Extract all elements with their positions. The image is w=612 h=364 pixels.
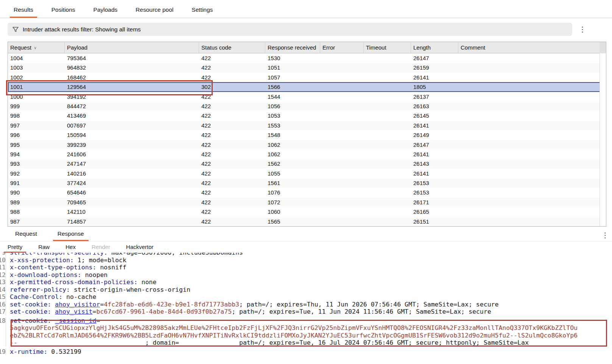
cell-response-received: 1076: [265, 188, 320, 197]
view-tab-hackvertor[interactable]: Hackvertor: [122, 242, 157, 253]
cell-timeout: [364, 73, 411, 82]
cell-error: [320, 101, 364, 111]
result-row-1004[interactable]: 1004795364422153026147: [8, 53, 606, 63]
cell-length: 26147: [411, 53, 458, 63]
cell-request: 1003: [8, 63, 65, 72]
result-row-993[interactable]: 993247147422156226143: [8, 159, 606, 168]
column-header-timeout[interactable]: Timeout: [364, 42, 411, 53]
line-number: 16: [0, 301, 6, 308]
response-line-9: 9strict-transport-security: max-age=6307…: [0, 253, 612, 257]
result-row-1000[interactable]: 1000394192422154426137: [8, 92, 606, 101]
response-line-13: 13x-permitted-cross-domain-policies: non…: [0, 278, 612, 286]
cell-comment: [458, 111, 606, 120]
result-row-987[interactable]: 987714857422156526151: [8, 217, 606, 226]
cell-response-received: 1530: [265, 53, 320, 63]
cell-error: [320, 53, 364, 63]
cell-response-received: 1057: [265, 73, 320, 82]
cell-length: 26159: [411, 63, 458, 72]
cell-response-received: 1060: [265, 207, 320, 216]
result-row-995[interactable]: 995399239422106226147: [8, 140, 606, 149]
cell-error: [320, 217, 364, 226]
result-row-998[interactable]: 998413469422105326145: [8, 111, 606, 120]
cell-timeout: [364, 169, 411, 178]
response-editor[interactable]: 9strict-transport-security: max-age=6307…: [0, 253, 612, 364]
message-editor-menu-icon[interactable]: ⋮: [601, 231, 609, 240]
tab-settings[interactable]: Settings: [188, 3, 216, 18]
view-tab-pretty[interactable]: Pretty: [4, 242, 26, 253]
cell-length: 26153: [411, 188, 458, 197]
result-row-1003[interactable]: 1003964832422105126159: [8, 63, 606, 72]
cell-response-received: 1561: [265, 178, 320, 188]
cell-comment: [458, 101, 606, 111]
result-row-994[interactable]: 994241606422106226141: [8, 149, 606, 159]
editor-view-bar: PrettyRawHexRenderHackvertor: [0, 241, 612, 253]
tab-resource-pool[interactable]: Resource pool: [132, 3, 177, 18]
cell-request: 991: [8, 178, 65, 188]
cell-request: 1000: [8, 92, 65, 101]
column-header-response-received[interactable]: Response received: [265, 42, 320, 53]
response-line-12: 12x-download-options: noopen: [0, 271, 612, 279]
tab-response[interactable]: Response: [53, 227, 89, 241]
response-line-16: 16set-cookie: ahoy_visitor=4fc28fab-e6d6…: [0, 301, 612, 308]
column-header-comment[interactable]: Comment: [458, 42, 606, 53]
column-header-status-code[interactable]: Status code: [199, 42, 265, 53]
line-content: referrer-policy: strict-origin-when-cros…: [6, 286, 190, 294]
cell-length: 26171: [411, 198, 458, 207]
result-row-992[interactable]: 992140216422105526141: [8, 169, 606, 178]
response-line-wrap: 5agkgvuOFEorSCUGiopxzYlgHjJkS4G5uM%2B289…: [0, 324, 612, 332]
results-menu-icon[interactable]: ⋮: [579, 24, 586, 35]
result-row-999[interactable]: 999844472422105626163: [8, 101, 606, 111]
view-tab-raw[interactable]: Raw: [34, 242, 53, 253]
column-label: Response received: [268, 44, 316, 51]
cell-status-code: 422: [199, 63, 265, 72]
cell-status-code: 302: [199, 82, 265, 92]
column-header-request[interactable]: Request∨: [8, 42, 65, 53]
cell-timeout: [364, 149, 411, 159]
tab-positions[interactable]: Positions: [48, 3, 79, 18]
filter-row: Intruder attack results filter: Showing …: [0, 23, 612, 36]
tab-results[interactable]: Results: [10, 3, 37, 18]
cell-timeout: [364, 207, 411, 216]
result-row-989[interactable]: 989709465422107226171: [8, 198, 606, 207]
cell-request: 1001: [8, 82, 65, 92]
line-content: 5agkgvuOFEorSCUGiopxzYlgHjJkS4G5uM%2B289…: [6, 324, 578, 332]
column-header-length[interactable]: Length: [411, 42, 458, 53]
cell-request: 993: [8, 159, 65, 168]
result-row-1002[interactable]: 1002168462422105726141: [8, 73, 606, 82]
cell-length: 26153: [411, 178, 458, 188]
cell-request: 994: [8, 149, 65, 159]
result-row-988[interactable]: 988142110422106026165: [8, 207, 606, 216]
column-header-payload[interactable]: Payload: [65, 42, 199, 53]
cell-error: [320, 149, 364, 159]
cell-response-received: 1553: [265, 121, 320, 130]
cell-status-code: 422: [199, 53, 265, 63]
line-content: -- ; domain= path=/; expires=Tue, 16 Jul…: [6, 339, 529, 347]
cell-response-received: 1544: [265, 92, 320, 101]
view-tab-hex[interactable]: Hex: [62, 242, 79, 253]
line-number: 13: [0, 278, 6, 286]
column-header-error[interactable]: Error: [320, 42, 364, 53]
cell-timeout: [364, 82, 411, 92]
column-label: Timeout: [366, 44, 386, 51]
table-scrollbar[interactable]: [600, 42, 606, 226]
result-row-997[interactable]: 997007697422155326141: [8, 121, 606, 130]
line-content: x-permitted-cross-domain-policies: none: [6, 278, 156, 286]
cell-payload: 150594: [65, 130, 199, 140]
cell-length: 26143: [411, 159, 458, 168]
cell-error: [320, 92, 364, 101]
result-row-1001[interactable]: 100112956430215661805: [8, 82, 606, 92]
line-content: set-cookie: ahoy_visitor=4fc28fab-e6d6-4…: [6, 301, 498, 308]
tab-payloads[interactable]: Payloads: [90, 3, 121, 18]
result-row-990[interactable]: 990654646422107626153: [8, 188, 606, 197]
cell-payload: 844472: [65, 101, 199, 111]
cell-request: 990: [8, 188, 65, 197]
result-row-996[interactable]: 996150594422154826149: [8, 130, 606, 140]
results-filter-bar[interactable]: Intruder attack results filter: Showing …: [8, 23, 572, 36]
line-content: ebZ%2BLRTcCd7oRlmJAD6564%2FKR9W6%2BB5Lzd…: [6, 332, 578, 339]
cell-response-received: 1056: [265, 101, 320, 111]
cell-error: [320, 111, 364, 120]
cell-length: 26163: [411, 101, 458, 111]
tab-request[interactable]: Request: [11, 227, 42, 241]
result-row-991[interactable]: 991377424422156126153: [8, 178, 606, 188]
results-table: Request∨PayloadStatus codeResponse recei…: [8, 42, 606, 227]
